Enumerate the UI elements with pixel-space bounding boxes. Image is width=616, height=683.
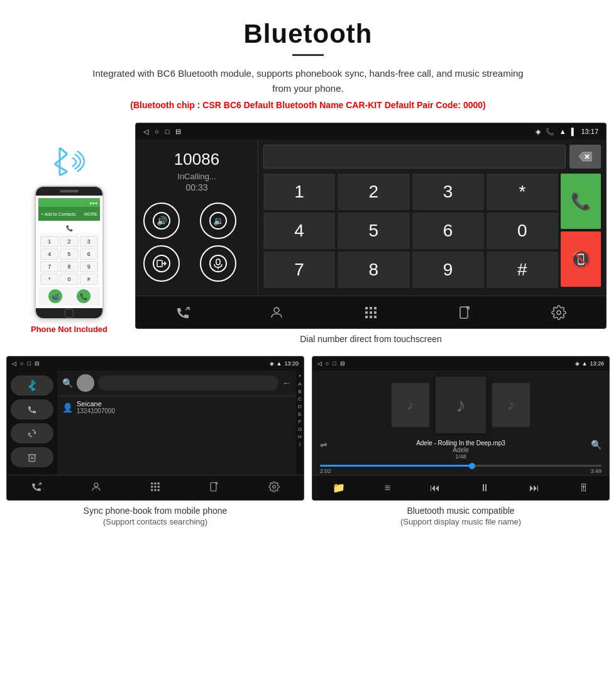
pb-contact-name[interactable]: Seicane <box>77 400 115 408</box>
num-key-0[interactable]: 0 <box>487 213 558 249</box>
alpha-c[interactable]: C <box>298 396 302 403</box>
phone-frame: ●●● + Add to Contacts MORE 📞 1 2 3 4 5 <box>35 186 104 319</box>
phone-key[interactable]: 9 <box>80 261 98 272</box>
music-search-icon[interactable]: 🔍 <box>591 440 602 450</box>
shuffle-icon[interactable]: ⇌ <box>320 440 327 450</box>
pb-sync-tab[interactable] <box>11 423 53 443</box>
num-key-7[interactable]: 7 <box>263 252 335 288</box>
pb-contact-row: 👤 Seicane 13241007000 <box>57 396 296 418</box>
phone-key[interactable]: * <box>40 274 58 285</box>
phone-contact-bar: + Add to Contacts MORE <box>38 207 100 221</box>
android-status-bar: ◁ ○ □ ⊟ ◈ 📞 ▲ ▌ 13:17 <box>136 123 606 140</box>
volume-down-button[interactable]: 🔉 <box>200 203 236 239</box>
phone-answer-button[interactable]: 📞 <box>77 289 91 303</box>
alpha-a[interactable]: A <box>298 380 301 388</box>
pb-back-icon[interactable]: ◁ <box>12 360 16 367</box>
phone-key[interactable]: 5 <box>60 248 78 260</box>
num-key-5[interactable]: 5 <box>338 213 409 249</box>
pb-input-dot[interactable] <box>77 374 94 392</box>
num-key-4[interactable]: 4 <box>263 213 335 249</box>
music-time: 13:26 <box>590 360 604 367</box>
nav-settings[interactable] <box>543 296 575 328</box>
music-bookmark-icon[interactable]: ⊟ <box>340 360 345 367</box>
pb-nav-contacts2[interactable] <box>91 481 102 495</box>
recents-nav-icon[interactable]: □ <box>165 128 170 136</box>
phone-key[interactable]: 2 <box>60 236 78 247</box>
pb-search-input[interactable] <box>98 375 278 391</box>
phone-key[interactable]: 6 <box>80 248 98 260</box>
nav-contacts[interactable] <box>261 296 292 328</box>
alpha-f[interactable]: F <box>299 418 302 426</box>
phone-key[interactable]: 1 <box>40 236 58 247</box>
num-key-2[interactable]: 2 <box>338 174 409 210</box>
backspace-button[interactable] <box>569 145 601 169</box>
music-folder-icon[interactable]: 📁 <box>333 482 345 494</box>
home-nav-icon[interactable]: ○ <box>155 128 159 136</box>
progress-bar-track[interactable] <box>320 465 602 467</box>
car-screen-bottom-nav <box>136 296 606 328</box>
phone-key[interactable]: 3 <box>80 236 98 247</box>
album-art-prev: ♪ <box>392 383 429 427</box>
phone-key[interactable]: # <box>80 274 98 285</box>
phone-key[interactable]: 8 <box>60 261 78 272</box>
music-info-area: ⇌ Adele - Rolling In the Deep.mp3 Adele … <box>312 440 609 462</box>
pb-call-tab[interactable] <box>11 399 53 419</box>
music-play-pause-icon[interactable]: ⏸ <box>480 482 490 494</box>
pb-bookmark-icon[interactable]: ⊟ <box>35 360 40 367</box>
svg-text:🔉: 🔉 <box>213 216 224 226</box>
num-key-6[interactable]: 6 <box>412 213 484 249</box>
nav-call-transfer[interactable] <box>167 296 199 328</box>
num-key-3[interactable]: 3 <box>412 174 484 210</box>
phone-key[interactable]: 4 <box>40 248 58 260</box>
phonebook-body: 🔍 ← 👤 Seicane 13241007000 <box>7 370 304 475</box>
music-list-icon[interactable]: ≡ <box>385 482 390 494</box>
pb-delete-tab[interactable] <box>11 447 53 467</box>
phone-key[interactable]: 0 <box>60 274 78 285</box>
num-key-1[interactable]: 1 <box>263 174 335 210</box>
num-key-hash[interactable]: # <box>487 252 558 288</box>
music-recents-icon[interactable]: □ <box>333 360 336 367</box>
music-prev-icon[interactable]: ⏮ <box>430 482 440 494</box>
pb-nav-keypad2[interactable] <box>150 481 161 495</box>
num-key-star[interactable]: * <box>487 174 558 210</box>
pb-nav-calls[interactable] <box>31 481 42 495</box>
pb-nav-settings2[interactable] <box>268 481 280 495</box>
phone-home-button[interactable] <box>65 309 74 318</box>
phone-call-button[interactable]: 📹 <box>48 289 62 303</box>
svg-rect-48 <box>158 489 160 491</box>
answer-call-button[interactable]: 📞 <box>561 174 601 229</box>
end-call-button[interactable]: 📵 <box>561 231 601 287</box>
alpha-star[interactable]: * <box>299 373 300 380</box>
num-key-8[interactable]: 8 <box>338 252 409 288</box>
alpha-i[interactable]: I <box>299 441 300 448</box>
music-back-icon[interactable]: ◁ <box>317 360 322 367</box>
music-note-main-icon: ♪ <box>456 394 466 417</box>
alpha-b[interactable]: B <box>298 388 301 396</box>
progress-thumb[interactable] <box>469 463 475 469</box>
pb-back-arrow[interactable]: ← <box>282 378 291 388</box>
music-next-icon[interactable]: ⏭ <box>529 482 539 494</box>
phone-dialpad: 📞 1 2 3 4 5 6 7 8 9 * 0 # <box>38 221 100 287</box>
microphone-button[interactable] <box>200 245 236 282</box>
pb-bluetooth-tab[interactable] <box>11 375 53 396</box>
pb-main-area: 🔍 ← 👤 Seicane 13241007000 <box>57 370 296 475</box>
music-home-icon[interactable]: ○ <box>326 360 329 367</box>
alpha-e[interactable]: E <box>298 411 301 418</box>
phone-key[interactable]: 7 <box>40 261 58 272</box>
alpha-d[interactable]: D <box>298 403 302 411</box>
transfer-button[interactable] <box>143 245 180 282</box>
bookmark-nav-icon[interactable]: ⊟ <box>175 128 181 136</box>
alpha-h[interactable]: H <box>298 433 302 441</box>
back-nav-icon[interactable]: ◁ <box>143 128 148 136</box>
nav-phone-out[interactable] <box>449 296 481 328</box>
pb-home-icon[interactable]: ○ <box>20 360 23 367</box>
pb-recents-icon[interactable]: □ <box>27 360 30 367</box>
dialer-input-field[interactable] <box>263 145 566 169</box>
pb-nav-phone-out2[interactable] <box>209 481 220 495</box>
alpha-g[interactable]: G <box>298 426 302 433</box>
nav-keypad[interactable] <box>355 296 387 328</box>
music-eq-icon[interactable]: 🎚 <box>579 482 589 494</box>
num-key-9[interactable]: 9 <box>412 252 484 288</box>
volume-up-button[interactable]: 🔊 <box>143 203 180 239</box>
svg-point-9 <box>153 255 170 272</box>
